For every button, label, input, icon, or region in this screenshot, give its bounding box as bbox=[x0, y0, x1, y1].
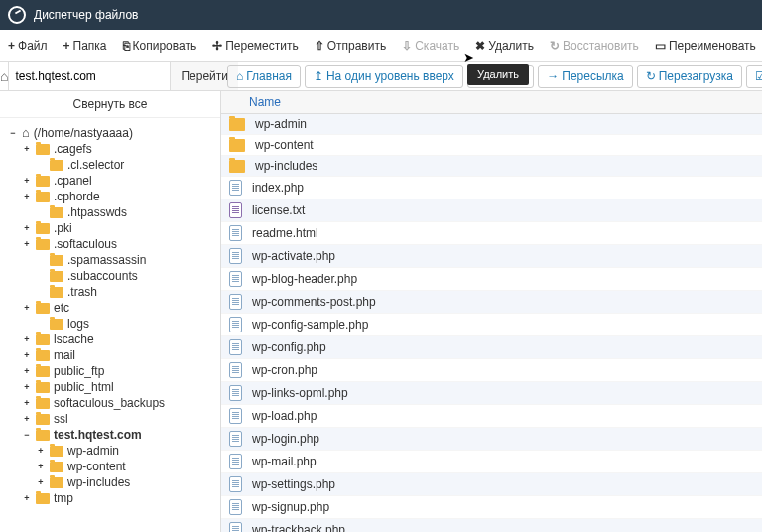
folder-icon bbox=[36, 239, 50, 250]
toolbar-скачать: ⇩Скачать bbox=[394, 30, 467, 62]
file-row[interactable]: readme.html bbox=[221, 222, 762, 245]
toolbar-переименовать[interactable]: ▭Переименовать bbox=[647, 30, 762, 62]
file-row[interactable]: wp-mail.php bbox=[221, 451, 762, 473]
file-row[interactable]: wp-links-opml.php bbox=[221, 382, 762, 405]
tree-node[interactable]: .htpasswds bbox=[0, 204, 220, 220]
toolbar-папка[interactable]: +Папка bbox=[56, 30, 115, 62]
file-row[interactable]: license.txt bbox=[221, 200, 762, 222]
expand-icon[interactable]: − bbox=[22, 430, 32, 440]
file-row[interactable]: wp-config.php bbox=[221, 336, 762, 359]
tree-node[interactable]: +wp-admin bbox=[0, 443, 220, 459]
expand-icon[interactable]: + bbox=[22, 414, 32, 424]
folder-icon bbox=[50, 207, 64, 218]
expand-icon[interactable]: + bbox=[22, 493, 32, 503]
folder-icon bbox=[50, 319, 64, 330]
path-input[interactable] bbox=[9, 62, 170, 90]
collapse-all-button[interactable]: Свернуть все bbox=[0, 91, 220, 118]
file-row[interactable]: wp-config-sample.php bbox=[221, 314, 762, 336]
tree-label: .htpasswds bbox=[67, 205, 127, 219]
home-icon[interactable]: ⌂ bbox=[0, 62, 9, 90]
toolbar-label: Отправить bbox=[327, 39, 387, 53]
tree-node[interactable]: +tmp bbox=[0, 490, 220, 506]
toolbar-удалить[interactable]: ✖Удалить bbox=[467, 30, 542, 62]
toolbar-отправить[interactable]: ⇧Отправить bbox=[307, 30, 395, 62]
action-на-один-уровень-вверх[interactable]: ↥На один уровень вверх bbox=[305, 65, 463, 88]
toolbar-файл[interactable]: +Файл bbox=[0, 30, 56, 62]
tree-node[interactable]: +.pki bbox=[0, 220, 220, 236]
toolbar-копировать[interactable]: ⎘Копировать bbox=[115, 30, 205, 62]
tree-node[interactable]: .subaccounts bbox=[0, 268, 220, 284]
expand-icon[interactable]: + bbox=[22, 192, 32, 201]
tree-node[interactable]: −test.hqtest.com bbox=[0, 427, 220, 443]
file-row[interactable]: wp-cron.php bbox=[221, 359, 762, 382]
expand-icon[interactable]: + bbox=[36, 477, 46, 487]
toolbar-icon: ✢ bbox=[212, 39, 222, 53]
file-row[interactable]: wp-activate.php bbox=[221, 245, 762, 268]
tree-node[interactable]: +.softaculous bbox=[0, 236, 220, 252]
folder-icon bbox=[36, 303, 50, 314]
expand-icon[interactable]: + bbox=[22, 303, 32, 313]
file-row[interactable]: wp-settings.php bbox=[221, 473, 762, 496]
file-row[interactable]: wp-trackback.php bbox=[221, 519, 762, 532]
tree-label: .subaccounts bbox=[67, 269, 138, 283]
tree-node[interactable]: .cl.selector bbox=[0, 157, 220, 173]
action-выбрать-все[interactable]: ☑Выбрать все bbox=[746, 65, 762, 88]
expand-icon[interactable]: + bbox=[22, 398, 32, 408]
folder-icon bbox=[36, 430, 50, 441]
tree-label: tmp bbox=[54, 491, 73, 505]
tree-node[interactable]: +public_ftp bbox=[0, 363, 220, 379]
tree-label: ssl bbox=[54, 412, 68, 426]
file-name: wp-activate.php bbox=[252, 249, 335, 263]
file-name: wp-cron.php bbox=[252, 363, 318, 377]
expand-icon[interactable]: + bbox=[36, 446, 46, 456]
file-row[interactable]: wp-load.php bbox=[221, 405, 762, 428]
file-row[interactable]: wp-login.php bbox=[221, 428, 762, 451]
expand-icon[interactable]: + bbox=[22, 176, 32, 186]
toolbar-переместить[interactable]: ✢Переместить bbox=[204, 30, 307, 62]
tree-node[interactable]: +.cphorde bbox=[0, 189, 220, 204]
expand-icon[interactable]: + bbox=[22, 223, 32, 233]
path-nav: ⌂ Перейти bbox=[0, 62, 221, 90]
file-row[interactable]: index.php bbox=[221, 177, 762, 200]
tree-node[interactable]: +mail bbox=[0, 347, 220, 363]
file-row[interactable]: wp-signup.php bbox=[221, 496, 762, 519]
tree-node[interactable]: +.cpanel bbox=[0, 173, 220, 189]
file-icon bbox=[229, 362, 242, 378]
file-name: wp-config.php bbox=[252, 340, 326, 354]
expand-icon[interactable]: + bbox=[36, 462, 46, 471]
expand-icon[interactable]: + bbox=[22, 334, 32, 344]
expand-icon[interactable]: + bbox=[22, 350, 32, 360]
tree-node[interactable]: logs bbox=[0, 316, 220, 332]
tree-node[interactable]: +lscache bbox=[0, 332, 220, 347]
expand-icon[interactable]: + bbox=[22, 366, 32, 376]
action-перезагрузка[interactable]: ↻Перезагрузка bbox=[637, 65, 742, 88]
tree-node[interactable]: .spamassassin bbox=[0, 252, 220, 268]
folder-icon bbox=[229, 160, 245, 173]
file-icon bbox=[229, 180, 242, 196]
expand-icon[interactable]: + bbox=[22, 144, 32, 154]
file-row[interactable]: wp-content bbox=[221, 135, 762, 156]
tree-label: .softaculous bbox=[54, 237, 117, 251]
tree-node[interactable]: +wp-includes bbox=[0, 474, 220, 490]
tree-node[interactable]: +ssl bbox=[0, 411, 220, 427]
expand-icon[interactable]: − bbox=[8, 128, 18, 138]
file-row[interactable]: wp-admin bbox=[221, 114, 762, 135]
tree-label: softaculous_backups bbox=[54, 396, 165, 410]
action-главная[interactable]: ⌂Главная bbox=[227, 65, 301, 88]
tree-node[interactable]: +.cagefs bbox=[0, 141, 220, 157]
tree-node[interactable]: +public_html bbox=[0, 379, 220, 395]
file-row[interactable]: wp-includes bbox=[221, 156, 762, 177]
tree-node[interactable]: −⌂(/home/nastyaaaa) bbox=[0, 124, 220, 141]
folder-icon bbox=[36, 176, 50, 187]
expand-icon[interactable]: + bbox=[22, 382, 32, 392]
file-row[interactable]: wp-blog-header.php bbox=[221, 268, 762, 291]
file-icon bbox=[229, 317, 242, 332]
tree-node[interactable]: +etc bbox=[0, 300, 220, 316]
tree-node[interactable]: +softaculous_backups bbox=[0, 395, 220, 411]
column-header-name[interactable]: Name bbox=[221, 91, 762, 114]
file-row[interactable]: wp-comments-post.php bbox=[221, 291, 762, 314]
tree-node[interactable]: .trash bbox=[0, 284, 220, 300]
expand-icon[interactable]: + bbox=[22, 239, 32, 249]
tree-node[interactable]: +wp-content bbox=[0, 459, 220, 474]
action-пересылка[interactable]: →Пересылка bbox=[538, 65, 632, 88]
